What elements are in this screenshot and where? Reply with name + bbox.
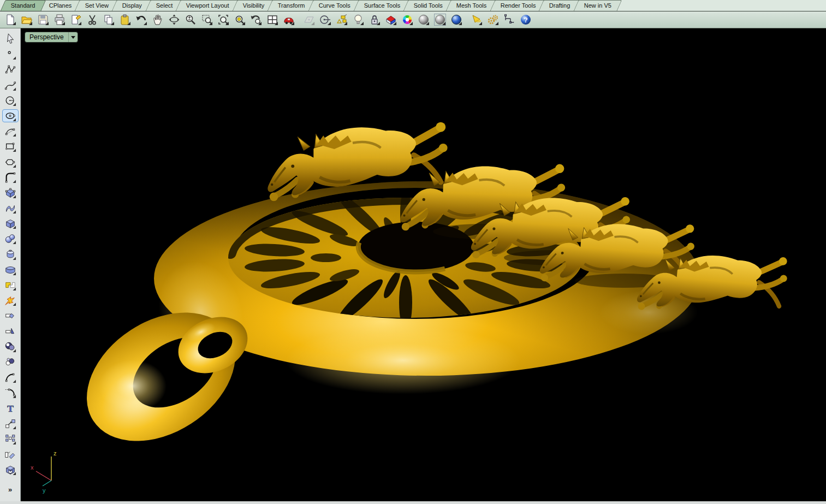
perspective-viewport[interactable]: Perspective xyxy=(21,28,826,501)
left-toolbar: T » xyxy=(0,28,21,501)
render-3d-scene xyxy=(21,28,826,501)
move-copy-icon[interactable] xyxy=(2,417,19,430)
cplane-map-icon[interactable] xyxy=(301,13,316,27)
edit-document-icon[interactable] xyxy=(68,13,83,27)
open-folder-icon[interactable] xyxy=(19,13,34,27)
fillet-arc-icon[interactable] xyxy=(2,371,19,384)
tab-standard[interactable]: Standard xyxy=(1,0,46,11)
ellipse-icon[interactable] xyxy=(2,109,19,122)
cylinder-icon[interactable] xyxy=(2,248,19,261)
layer-objects-icon[interactable] xyxy=(334,13,349,27)
rectangle-icon[interactable] xyxy=(2,140,19,153)
new-document-icon[interactable] xyxy=(3,13,17,27)
curved-surface-icon[interactable] xyxy=(2,201,19,215)
orient-icon[interactable] xyxy=(2,448,19,461)
render-sphere-blue-icon[interactable] xyxy=(449,13,463,27)
tab-new-in-v5[interactable]: New in V5 xyxy=(574,0,622,11)
surface-grid-icon[interactable] xyxy=(2,186,19,199)
cut-scissors-icon[interactable] xyxy=(85,13,99,27)
pointer-select-icon[interactable] xyxy=(2,32,19,45)
axis-x-label: x xyxy=(31,464,34,471)
cube-face-icon[interactable] xyxy=(2,463,19,476)
rhino-application-window: Standard CPlanes Set View Display Select… xyxy=(0,0,826,504)
bottom-strip xyxy=(0,501,826,504)
point-icon[interactable] xyxy=(2,48,19,61)
svg-text:T: T xyxy=(7,403,14,414)
tab-surface-tools[interactable]: Surface Tools xyxy=(353,0,411,11)
zoom-selected-icon[interactable] xyxy=(232,13,247,27)
sidebar-expand-button[interactable]: » xyxy=(2,483,19,496)
axis-indicator: z x y xyxy=(29,449,66,495)
dimension-tool-icon[interactable] xyxy=(502,13,516,27)
lock-icon[interactable] xyxy=(367,13,382,27)
copy-icon[interactable] xyxy=(101,13,116,27)
color-wheel-icon[interactable] xyxy=(400,13,414,27)
spheres-icon[interactable] xyxy=(2,232,19,245)
svg-text:?: ? xyxy=(524,16,527,24)
tab-mesh-tools[interactable]: Mesh Tools xyxy=(446,0,497,11)
curve-icon[interactable] xyxy=(2,79,19,92)
undo-arrow-icon[interactable] xyxy=(134,13,148,27)
help-icon[interactable]: ? xyxy=(518,13,533,27)
arc-icon[interactable] xyxy=(2,124,19,138)
pan-hand-icon[interactable] xyxy=(150,13,165,27)
polyline-icon[interactable] xyxy=(2,63,19,76)
rotate-view-icon[interactable] xyxy=(167,13,181,27)
pie-wedge-icon[interactable] xyxy=(383,13,398,27)
print-icon[interactable] xyxy=(52,13,67,27)
extend-curve-icon[interactable] xyxy=(2,386,19,399)
explode-icon[interactable] xyxy=(2,294,19,307)
paste-clipboard-icon[interactable] xyxy=(117,13,132,27)
main-toolbar: ? xyxy=(0,11,826,28)
boolean-intersection-icon[interactable] xyxy=(2,355,19,369)
array-icon[interactable] xyxy=(2,432,19,446)
polygon-icon[interactable] xyxy=(2,156,19,169)
cplane-circle-icon[interactable] xyxy=(318,13,332,27)
tab-curve-tools[interactable]: Curve Tools xyxy=(308,0,361,11)
boolean-union-icon[interactable] xyxy=(2,278,19,292)
spotlight-cone-icon[interactable] xyxy=(469,13,484,27)
fillet-corner-icon[interactable] xyxy=(2,171,19,184)
tab-render-tools[interactable]: Render Tools xyxy=(490,0,546,11)
zoom-dynamic-icon[interactable] xyxy=(183,13,198,27)
zoom-window-icon[interactable] xyxy=(199,13,214,27)
text-tool-icon[interactable]: T xyxy=(2,402,19,415)
zoom-extents-icon[interactable] xyxy=(216,13,230,27)
viewport-title[interactable]: Perspective xyxy=(25,32,78,43)
split-icon[interactable] xyxy=(2,325,19,338)
undo-view-icon[interactable] xyxy=(248,13,263,27)
toolbar-tab-bar: Standard CPlanes Set View Display Select… xyxy=(0,0,826,11)
gears-settings-icon[interactable] xyxy=(485,13,500,27)
circle-icon[interactable] xyxy=(2,94,19,107)
light-bulb-icon[interactable] xyxy=(350,13,365,27)
axis-z-label: z xyxy=(54,450,57,456)
save-icon[interactable] xyxy=(35,13,50,27)
viewport-title-label: Perspective xyxy=(25,33,68,41)
render-sphere-gray-icon[interactable] xyxy=(416,13,431,27)
red-car-icon[interactable] xyxy=(281,13,296,27)
patch-surface-icon[interactable] xyxy=(2,263,19,276)
trim-icon[interactable] xyxy=(2,309,19,322)
viewport-title-dropdown[interactable] xyxy=(69,32,78,42)
render-sphere-gray-pressed-icon[interactable] xyxy=(432,13,447,27)
viewport-layout-icon[interactable] xyxy=(265,13,280,27)
tab-viewport-layout[interactable]: Viewport Layout xyxy=(176,0,240,11)
box-icon[interactable] xyxy=(2,217,19,230)
chevron-down-icon xyxy=(71,36,75,39)
boolean-difference-icon[interactable] xyxy=(2,340,19,353)
axis-y-label: y xyxy=(43,487,46,494)
